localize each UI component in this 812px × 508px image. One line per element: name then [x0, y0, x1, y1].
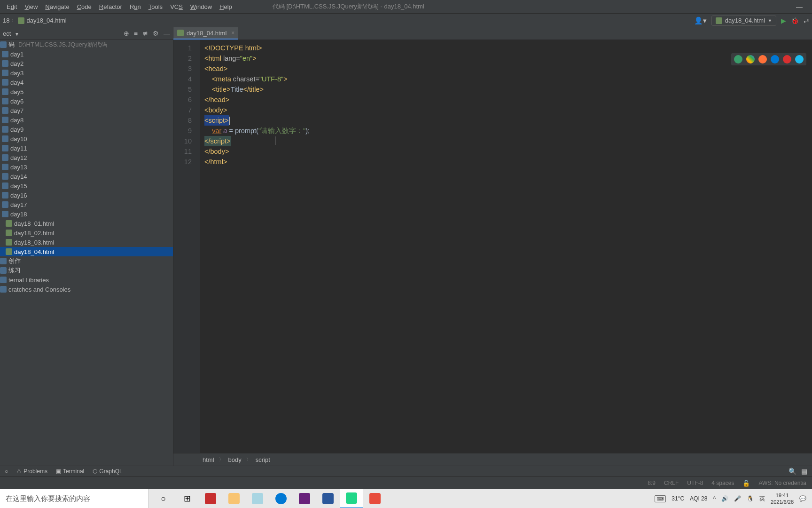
code-area[interactable]: <!DOCTYPE html> <html lang="en"> <head> …: [201, 40, 812, 453]
app-vs[interactable]: [293, 489, 316, 508]
tree-extra[interactable]: cratches and Consoles: [0, 285, 173, 294]
windows-search-input[interactable]: 在这里输入你要搜索的内容: [0, 489, 148, 508]
search-icon[interactable]: 🔍: [789, 468, 796, 475]
tree-file[interactable]: day18_01.html: [0, 219, 173, 228]
breadcrumb-segment[interactable]: 18: [3, 17, 9, 24]
keyboard-icon[interactable]: ⌨: [655, 495, 666, 502]
aqi-value[interactable]: AQI 28: [690, 495, 707, 502]
firefox-icon[interactable]: [758, 55, 767, 64]
tree-root[interactable]: 码 D:\HTML.CSS.JS.JQuery新\代码: [0, 40, 173, 49]
tree-extra[interactable]: 创作: [0, 256, 173, 266]
app-notepad[interactable]: [246, 489, 269, 508]
expand-icon[interactable]: ≡: [134, 30, 138, 37]
chrome-icon[interactable]: [746, 55, 755, 64]
breadcrumb-html[interactable]: html: [203, 456, 214, 463]
gear-icon[interactable]: ⚙: [153, 30, 159, 37]
todo-tool[interactable]: ○: [5, 468, 8, 475]
terminal-tool[interactable]: ▣ Terminal: [56, 468, 84, 475]
menu-view[interactable]: View: [22, 2, 40, 11]
ime-indicator[interactable]: 英: [759, 495, 765, 503]
webstorm-icon[interactable]: [734, 55, 742, 64]
ie-icon[interactable]: [795, 55, 804, 64]
main-menu: Edit View Navigate Code Refactor Run Too…: [4, 2, 235, 11]
locate-icon[interactable]: ⊕: [124, 30, 129, 37]
project-tree[interactable]: 码 D:\HTML.CSS.JS.JQuery新\代码 day1day2day3…: [0, 40, 173, 466]
app-netease[interactable]: [199, 489, 222, 508]
app-webstorm[interactable]: [340, 489, 363, 508]
file-encoding[interactable]: UTF-8: [687, 480, 703, 486]
edge-icon[interactable]: [771, 55, 779, 64]
app-ie[interactable]: [317, 489, 339, 508]
tree-folder[interactable]: day5: [0, 87, 173, 96]
aws-status[interactable]: AWS: No credentia: [758, 480, 806, 486]
tree-folder[interactable]: day13: [0, 162, 173, 172]
tree-folder[interactable]: day9: [0, 125, 173, 134]
mic-icon[interactable]: 🎤: [734, 495, 741, 502]
tree-folder[interactable]: day16: [0, 190, 173, 200]
volume-icon[interactable]: 🔊: [721, 495, 728, 502]
menu-tools[interactable]: Tools: [146, 2, 165, 11]
tree-folder[interactable]: day10: [0, 134, 173, 143]
tree-folder[interactable]: day18: [0, 209, 173, 219]
graphql-tool[interactable]: ⬡ GraphQL: [93, 468, 122, 475]
tray-app-icon[interactable]: 🐧: [747, 495, 754, 502]
menu-window[interactable]: Window: [187, 2, 215, 11]
line-separator[interactable]: CRLF: [664, 480, 679, 486]
run-button[interactable]: ▶: [781, 17, 786, 24]
tree-folder[interactable]: day14: [0, 172, 173, 181]
tree-extra[interactable]: ternal Libraries: [0, 275, 173, 285]
debug-button[interactable]: 🐞: [791, 17, 799, 24]
menu-vcs[interactable]: VCS: [167, 2, 186, 11]
project-view-label[interactable]: ect ▼: [3, 30, 124, 37]
breadcrumb-body[interactable]: body: [228, 456, 242, 463]
tree-folder[interactable]: day2: [0, 59, 173, 68]
menu-edit[interactable]: Edit: [4, 2, 20, 11]
tree-file[interactable]: day18_02.html: [0, 228, 173, 238]
add-user-icon[interactable]: 👤▾: [694, 16, 707, 25]
menu-code[interactable]: Code: [74, 2, 94, 11]
readonly-lock-icon[interactable]: 🔓: [742, 480, 750, 487]
tree-folder[interactable]: day4: [0, 78, 173, 87]
weather-temp[interactable]: 31°C: [671, 495, 684, 502]
tree-folder[interactable]: day8: [0, 115, 173, 125]
menu-help[interactable]: Help: [217, 2, 235, 11]
event-log-icon[interactable]: ▤: [801, 468, 807, 475]
tray-expand-icon[interactable]: ^: [713, 495, 716, 502]
menu-refactor[interactable]: Refactor: [96, 2, 125, 11]
hide-icon[interactable]: —: [164, 30, 170, 37]
run-configuration-dropdown[interactable]: day18_04.html ▼: [711, 16, 776, 26]
close-tab-icon[interactable]: ×: [231, 30, 234, 36]
cursor-position[interactable]: 8:9: [648, 480, 656, 486]
tree-folder[interactable]: day12: [0, 153, 173, 162]
tree-folder[interactable]: day6: [0, 96, 173, 106]
app-explorer[interactable]: [223, 489, 245, 508]
tree-folder[interactable]: day3: [0, 68, 173, 78]
breadcrumb-file[interactable]: day18_04.html: [26, 17, 66, 24]
menu-run[interactable]: Run: [127, 2, 144, 11]
tree-folder[interactable]: day1: [0, 49, 173, 59]
collapse-icon[interactable]: ≢: [142, 30, 148, 37]
run-with-coverage-button[interactable]: ⇄: [804, 17, 809, 24]
tree-folder[interactable]: day11: [0, 143, 173, 153]
tree-file[interactable]: day18_03.html: [0, 238, 173, 247]
notifications-icon[interactable]: 💬: [799, 495, 806, 502]
opera-icon[interactable]: [783, 55, 791, 64]
app-youdao[interactable]: [364, 489, 386, 508]
minimize-icon[interactable]: —: [796, 3, 803, 10]
clock[interactable]: 19:41 2021/6/28: [771, 492, 794, 505]
editor-body[interactable]: 123 456 789 101112 <!DOCTYPE html> <html…: [173, 40, 812, 453]
tree-folder[interactable]: day7: [0, 106, 173, 115]
tree-extra[interactable]: 练习: [0, 266, 173, 275]
tree-file[interactable]: day18_04.html: [0, 247, 173, 256]
breadcrumb-script[interactable]: script: [256, 456, 270, 463]
app-edge[interactable]: [270, 489, 292, 508]
cortana-icon[interactable]: ○: [152, 489, 175, 508]
editor-tab-active[interactable]: day18_04.html ×: [173, 27, 238, 40]
problems-tool[interactable]: ⚠ Problems: [16, 468, 47, 475]
indent-setting[interactable]: 4 spaces: [711, 480, 734, 486]
menu-navigate[interactable]: Navigate: [42, 2, 72, 11]
folder-icon: [2, 60, 8, 67]
task-view-icon[interactable]: ⊞: [176, 489, 198, 508]
tree-folder[interactable]: day17: [0, 200, 173, 209]
tree-folder[interactable]: day15: [0, 181, 173, 190]
